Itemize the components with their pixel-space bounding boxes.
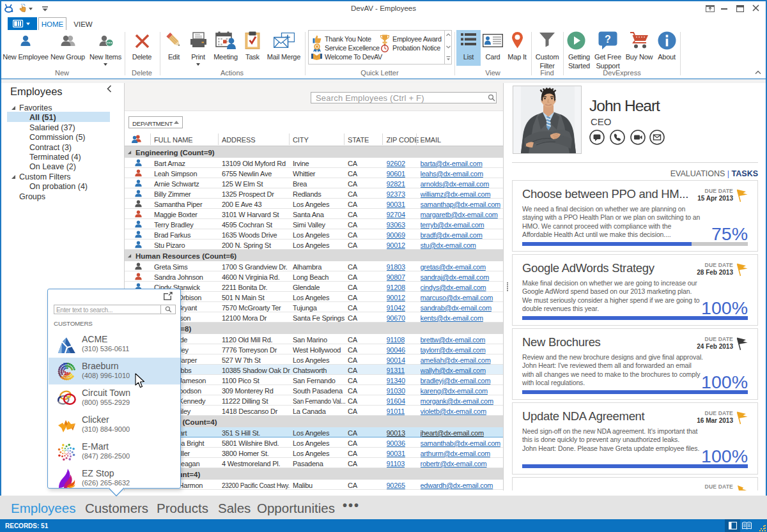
svg-text:?: ? [605,34,611,45]
